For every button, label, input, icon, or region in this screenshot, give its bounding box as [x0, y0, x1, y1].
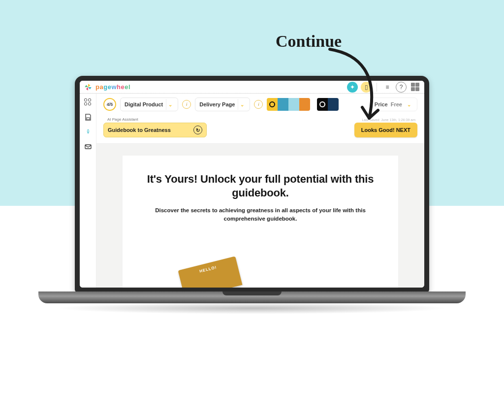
svg-point-1 — [87, 130, 88, 131]
refresh-icon[interactable]: ↻ — [193, 126, 202, 134]
help-icon[interactable]: ? — [396, 82, 407, 93]
page-type-dropdown[interactable]: Delivery Page ⌄ — [195, 97, 250, 111]
book-badge-text: HELLO! — [199, 265, 217, 273]
clipboard-icon[interactable]: ▯ — [361, 82, 372, 93]
ai-assistant-title: Guidebook to Greatness — [108, 127, 171, 133]
brand-wordmark: pagewheel — [95, 83, 130, 91]
ai-assistant-input[interactable]: Guidebook to Greatness ↻ — [103, 123, 207, 137]
bolt-icon[interactable]: ✦ — [347, 82, 358, 93]
apps-grid-icon[interactable] — [410, 82, 420, 93]
swatch[interactable] — [328, 98, 339, 111]
book-cover-graphic: HELLO! — [178, 256, 243, 288]
swatch[interactable] — [288, 98, 299, 111]
product-type-label: Digital Product — [125, 101, 163, 107]
laptop-notch — [222, 291, 282, 295]
chevron-down-icon: ⌄ — [405, 99, 413, 110]
svg-rect-0 — [87, 118, 90, 120]
chevron-down-icon: ⌄ — [166, 99, 174, 110]
chevron-down-icon: ⌄ — [238, 99, 246, 110]
swatch-selected[interactable] — [317, 98, 328, 111]
last-saved-text: Last Saved: June 13th, 1:26:39 am — [362, 118, 415, 122]
color-palette-b[interactable] — [317, 98, 339, 111]
page-subcopy: Discover the secrets to achieving greatn… — [155, 206, 366, 224]
page-headline: It's Yours! Unlock your full potential w… — [142, 172, 378, 199]
price-value: Free — [391, 101, 402, 107]
svg-rect-2 — [85, 145, 91, 149]
laptop-frame: pagewheel ✦ ▯ ≡ ? — [75, 76, 429, 312]
page-type-label: Delivery Page — [199, 101, 235, 107]
toolbar: 4/5 Digital Product ⌄ i Delivery Page ⌄ … — [96, 94, 424, 144]
sidebar-rocket-icon[interactable] — [84, 128, 92, 136]
ai-assistant-field: AI Page Assistant Guidebook to Greatness… — [103, 117, 207, 137]
product-type-dropdown[interactable]: Digital Product ⌄ — [120, 97, 178, 111]
menu-icon[interactable]: ≡ — [382, 82, 393, 93]
workspace: 4/5 Digital Product ⌄ i Delivery Page ⌄ … — [80, 94, 424, 288]
info-icon[interactable]: i — [254, 100, 263, 109]
ai-assistant-label: AI Page Assistant — [107, 117, 207, 122]
annotation-continue: Continue — [276, 32, 342, 51]
price-dropdown[interactable]: Price Free ⌄ — [370, 97, 417, 111]
swatch[interactable] — [278, 98, 288, 111]
swatch[interactable] — [299, 98, 310, 111]
sidebar-dashboard-icon[interactable] — [84, 98, 92, 106]
laptop-base — [38, 291, 466, 303]
logo-pinwheel-icon — [84, 83, 93, 92]
main-area: 4/5 Digital Product ⌄ i Delivery Page ⌄ … — [96, 94, 424, 288]
step-indicator: 4/5 — [103, 98, 116, 111]
color-palette-a[interactable] — [267, 98, 310, 111]
app-topbar: pagewheel ✦ ▯ ≡ ? — [80, 81, 424, 94]
laptop-shadow — [55, 302, 449, 314]
app-screen: pagewheel ✦ ▯ ≡ ? — [80, 81, 424, 288]
info-icon[interactable]: i — [182, 100, 191, 109]
looks-good-next-button[interactable]: Looks Good! NEXT — [354, 123, 417, 137]
page-canvas: It's Yours! Unlock your full potential w… — [96, 144, 424, 288]
sidebar-mail-icon[interactable] — [84, 143, 92, 151]
price-label: Price — [375, 101, 388, 107]
screen-bezel: pagewheel ✦ ▯ ≡ ? — [75, 76, 429, 292]
swatch[interactable] — [267, 98, 278, 111]
page-preview[interactable]: It's Yours! Unlock your full potential w… — [123, 156, 398, 288]
left-sidebar — [80, 94, 96, 288]
sidebar-save-icon[interactable] — [84, 113, 92, 121]
divider — [377, 83, 377, 92]
